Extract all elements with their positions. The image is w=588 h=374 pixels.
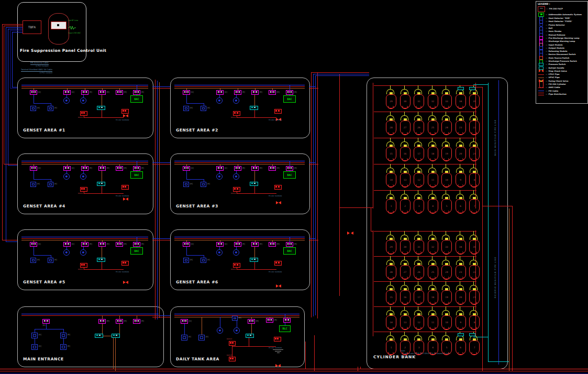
- solenoid-head-icon: [121, 261, 129, 266]
- device-tag: [M]: [259, 167, 262, 169]
- wire: [315, 75, 369, 76]
- wire: [473, 190, 474, 194]
- wire: [152, 88, 170, 89]
- wire: [35, 329, 63, 329]
- wire: [174, 314, 299, 314]
- fm200-cylinder-icon: 5: [441, 194, 452, 215]
- wire: [473, 281, 474, 285]
- wire: [34, 171, 34, 179]
- module-icon: [234, 90, 241, 95]
- wire: [446, 112, 446, 115]
- fm200-cylinder-icon: 10: [441, 310, 452, 331]
- wire: [174, 88, 305, 89]
- wire: [498, 80, 499, 365]
- wire: [371, 231, 373, 232]
- heat-detector-icon: [48, 182, 53, 187]
- legend-dash: —: [546, 40, 548, 42]
- wire: [254, 95, 255, 106]
- wire: [186, 95, 187, 103]
- legend-dash: —: [546, 67, 548, 69]
- legend-label: Output Module: [549, 47, 564, 49]
- fm200-cylinder-icon: 29: [385, 89, 397, 110]
- nozzle-strobe-icon: [229, 341, 236, 346]
- wire: [6, 241, 17, 242]
- solenoid-valve-icon: [123, 114, 128, 118]
- wire: [418, 231, 418, 235]
- device-tag: [H]: [37, 107, 40, 109]
- resistor-icon: [68, 26, 76, 30]
- wire: [432, 85, 432, 89]
- legend-dash: —: [546, 37, 548, 39]
- wire: [152, 162, 170, 163]
- heat-detector-icon: [201, 182, 206, 187]
- module-icon: [181, 319, 188, 324]
- fire-suppression-drawing: Cat 6F Line Input 230 VAC TBFA Fire Supp…: [0, 0, 588, 374]
- solenoid-head-icon: [274, 185, 282, 190]
- wire: [103, 336, 112, 336]
- wire: [249, 338, 249, 346]
- wire: [254, 171, 255, 182]
- device-tag: [O]: [71, 91, 74, 93]
- fm200-cylinder-icon: 16: [400, 141, 411, 162]
- fm200-cylinder-icon: 23: [455, 260, 467, 281]
- pressure-switch-icon: [250, 182, 258, 186]
- wire: [34, 95, 34, 103]
- flame-detector-icon: [63, 249, 70, 256]
- wire: [432, 138, 432, 141]
- device-tag: [O]: [224, 91, 227, 93]
- wire: [446, 306, 446, 310]
- fm200-cylinder-icon: 24: [441, 115, 452, 136]
- wire: [119, 315, 120, 319]
- legend-row: —Addressable Automatic System: [536, 12, 587, 17]
- fm200-cylinder-icon: 35: [469, 235, 480, 256]
- device-tag: [M]: [242, 167, 245, 169]
- wire: [374, 190, 476, 191]
- nozzle-label: NOZZLE: [231, 192, 236, 194]
- module-icon: [234, 166, 241, 171]
- wire: [254, 186, 255, 193]
- legend-box: LEGEND : TBFA—FM-200 FACP—Addressable Au…: [536, 1, 588, 104]
- heat-detector-icon: [198, 335, 205, 340]
- flame-detector-icon: [80, 97, 86, 104]
- fm200-cylinder-icon: 15: [385, 285, 397, 306]
- wire: [390, 332, 391, 335]
- wire: [473, 306, 474, 310]
- wire: [404, 281, 405, 285]
- heat-detector-icon: [183, 258, 189, 263]
- wire: [339, 74, 340, 296]
- nozzle-label: NOZZLE: [78, 116, 83, 118]
- wire: [35, 338, 35, 344]
- wire: [390, 306, 391, 310]
- fm200-cylinder-icon: 31: [413, 235, 425, 256]
- wire: [63, 329, 64, 333]
- wire: [102, 110, 102, 117]
- device-tag: [M]: [259, 91, 262, 93]
- flame-detector-icon: [216, 97, 223, 104]
- pressure-switch-icon: [469, 333, 475, 336]
- fm200-cylinder-icon: 18: [427, 285, 439, 306]
- device-tag: [H]: [37, 259, 40, 261]
- device-tag: [M]: [141, 167, 144, 169]
- wire: [102, 262, 102, 269]
- genset-area-6-title: GENSET AREA #6: [176, 280, 218, 284]
- fm200-cylinder-icon: 14: [385, 168, 397, 189]
- fm200-cylinder-icon: 3: [413, 335, 425, 356]
- fm200-cylinder-icon: 19: [441, 141, 452, 162]
- wire: [84, 268, 84, 269]
- wire: [21, 314, 159, 314]
- fm200-cylinder-icon: 30: [400, 89, 411, 110]
- fm200-cylinder-icon: 20: [455, 285, 467, 306]
- fm200-cylinder-icon: 6: [455, 194, 467, 215]
- wire: [34, 247, 34, 255]
- device-tag: [M]: [276, 91, 280, 93]
- discharge-lamp-icon: BAC: [130, 171, 143, 179]
- wire: [6, 27, 23, 28]
- legend-dash: —: [546, 53, 548, 56]
- wire: [473, 112, 474, 115]
- legend-dash: —: [546, 20, 548, 23]
- fm200-cylinder-icon: 13: [400, 310, 411, 331]
- wire: [8, 165, 17, 166]
- wire: [460, 231, 460, 235]
- wire: [10, 30, 10, 89]
- heat-detector-icon: [48, 258, 53, 263]
